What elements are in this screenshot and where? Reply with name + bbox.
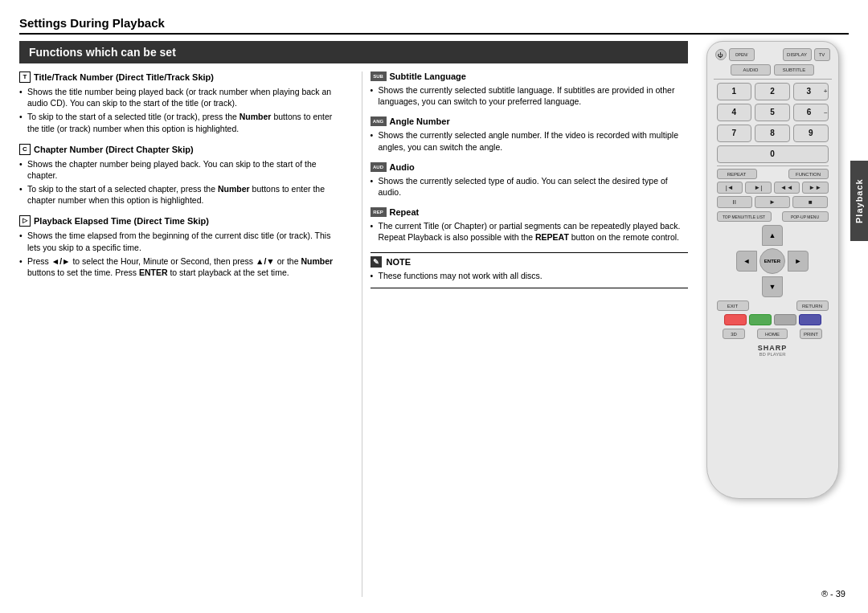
chapter-icon: C xyxy=(19,144,31,155)
tv-button[interactable]: TV xyxy=(814,48,830,61)
fwd-button[interactable]: ►► xyxy=(802,182,829,194)
subtitle-button[interactable]: SUBTITLE xyxy=(774,64,814,76)
popup-menu-button[interactable]: POP-UP MENU xyxy=(782,211,829,222)
green-button[interactable] xyxy=(749,314,772,325)
page-title: Settings During Playback xyxy=(19,16,165,30)
section-angle-heading: ANG Angle Number xyxy=(371,116,689,126)
bullet-item: Shows the currently selected angle numbe… xyxy=(371,129,689,152)
rev-button[interactable]: ◄◄ xyxy=(774,182,800,194)
functions-header: Functions which can be set xyxy=(19,41,688,63)
section-elapsed: ▷ Playback Elapsed Time (Direct Time Ski… xyxy=(19,215,338,278)
bullet-item: Shows the currently selected type of aud… xyxy=(371,175,689,198)
section-title-track-heading: T Title/Track Number (Direct Title/Track… xyxy=(19,72,338,83)
section-chapter: C Chapter Number (Direct Chapter Skip) S… xyxy=(19,144,338,206)
angle-bullets: Shows the currently selected angle numbe… xyxy=(371,129,689,152)
red-button[interactable] xyxy=(724,314,747,325)
num-5-button[interactable]: 5 xyxy=(755,104,790,121)
section-title-track: T Title/Track Number (Direct Title/Track… xyxy=(19,72,338,134)
section-subtitle: SUB Subtitle Language Shows the currentl… xyxy=(371,72,689,107)
chapter-bullets: Shows the chapter number being played ba… xyxy=(19,158,338,206)
audio-bullets: Shows the currently selected type of aud… xyxy=(371,175,689,198)
3d-button[interactable]: 3D xyxy=(723,329,745,339)
num-0-button[interactable]: 0 xyxy=(717,145,829,163)
skip-fwd-button[interactable]: ►| xyxy=(745,182,772,194)
note-title: ✎ NOTE xyxy=(371,256,689,268)
section-elapsed-heading: ▷ Playback Elapsed Time (Direct Time Ski… xyxy=(19,215,338,227)
num-4-button[interactable]: 4 xyxy=(717,104,752,121)
section-audio: AUD Audio Shows the currently selected t… xyxy=(371,162,689,198)
note-bullets: These functions may not work with all di… xyxy=(371,270,689,281)
page-header: Settings During Playback xyxy=(19,16,849,35)
elapsed-icon: ▷ xyxy=(19,215,31,227)
section-chapter-heading: C Chapter Number (Direct Chapter Skip) xyxy=(19,144,338,155)
dpad-left-button[interactable]: ◄ xyxy=(736,251,757,272)
bullet-item: Shows the time elapsed from the beginnin… xyxy=(19,230,338,252)
blue-button[interactable] xyxy=(799,314,821,325)
bullet-item: To skip to the start of a selected chapt… xyxy=(19,183,338,206)
bullet-item: These functions may not work with all di… xyxy=(371,270,689,281)
print-button[interactable]: PRINT xyxy=(800,329,822,339)
section-repeat-heading: REP Repeat xyxy=(371,207,689,217)
bullet-item: The current Title (or Chapter) or partia… xyxy=(371,220,689,243)
bullet-item: Shows the chapter number being played ba… xyxy=(19,158,338,181)
right-column: SUB Subtitle Language Shows the currentl… xyxy=(362,72,689,597)
dpad-down-button[interactable]: ▼ xyxy=(762,276,783,297)
num-1-button[interactable]: 1 xyxy=(717,83,752,100)
note-icon: ✎ xyxy=(371,256,382,268)
title-track-bullets: Shows the title number being played back… xyxy=(19,86,338,134)
num-6-button[interactable]: 6 – xyxy=(793,104,829,121)
play-button[interactable]: ► xyxy=(755,196,790,208)
elapsed-bullets: Shows the time elapsed from the beginnin… xyxy=(19,230,338,278)
num-7-button[interactable]: 7 xyxy=(717,125,752,142)
c-button[interactable] xyxy=(774,314,796,325)
repeat-bullets: The current Title (or Chapter) or partia… xyxy=(371,220,689,243)
exit-button[interactable]: EXIT xyxy=(717,300,749,311)
dpad-right-button[interactable]: ► xyxy=(788,251,809,272)
repeat-icon: REP xyxy=(371,207,387,217)
number-grid: 1 2 3 + 4 5 6 – 7 8 9 xyxy=(714,83,832,142)
bullet-item: To skip to the start of a selected title… xyxy=(19,111,338,133)
num-2-button[interactable]: 2 xyxy=(755,83,790,100)
sharp-logo: SHARP xyxy=(714,344,832,352)
power-button[interactable]: ⏻ xyxy=(715,49,727,60)
playback-tab: Playback xyxy=(850,161,868,241)
bullet-item: Shows the title number being played back… xyxy=(19,86,338,108)
dpad-up-button[interactable]: ▲ xyxy=(762,225,783,246)
skip-back-button[interactable]: |◄ xyxy=(717,182,743,194)
angle-icon: ANG xyxy=(371,116,387,126)
bullet-item: Press ◄/► to select the Hour, Minute or … xyxy=(19,255,338,278)
top-menu-button[interactable]: TOP MENU/TITLE LIST xyxy=(717,211,772,222)
subtitle-icon: SUB xyxy=(371,72,387,81)
repeat-button[interactable]: REPEAT xyxy=(717,169,757,179)
enter-button[interactable]: ENTER xyxy=(760,248,785,274)
return-button[interactable]: RETURN xyxy=(796,300,829,311)
remote-control-area: ⏻ OPEN/CLOSE DISPLAY TV AUDIO SUBTITLE xyxy=(688,41,849,597)
display-button[interactable]: DISPLAY xyxy=(783,48,812,61)
subtitle-bullets: Shows the currently selected subtitle la… xyxy=(371,84,689,107)
stop-button[interactable]: ■ xyxy=(792,196,828,208)
open-close-button[interactable]: OPEN/CLOSE xyxy=(729,48,755,61)
num-3-button[interactable]: 3 + xyxy=(793,83,829,100)
left-column: T Title/Track Number (Direct Title/Track… xyxy=(19,72,346,597)
section-audio-heading: AUD Audio xyxy=(371,162,689,172)
section-angle: ANG Angle Number Shows the currently sel… xyxy=(371,116,689,152)
home-button[interactable]: HOME xyxy=(757,329,788,339)
function-button[interactable]: FUNCTION xyxy=(788,169,829,179)
title-track-icon: T xyxy=(19,72,31,83)
section-subtitle-heading: SUB Subtitle Language xyxy=(371,72,689,81)
bullet-item: Shows the currently selected subtitle la… xyxy=(371,84,689,107)
pause-button[interactable]: II xyxy=(717,196,752,208)
audio-button[interactable]: AUDIO xyxy=(731,64,771,76)
bd-player-text: BD PLAYER xyxy=(714,352,832,357)
section-repeat: REP Repeat The current Title (or Chapter… xyxy=(371,207,689,243)
note-box: ✎ NOTE These functions may not work with… xyxy=(371,252,689,288)
num-8-button[interactable]: 8 xyxy=(755,125,790,142)
num-9-button[interactable]: 9 xyxy=(793,125,829,142)
page-number: ® - 39 xyxy=(821,589,845,599)
audio-icon: AUD xyxy=(371,162,387,172)
remote-control: ⏻ OPEN/CLOSE DISPLAY TV AUDIO SUBTITLE xyxy=(706,41,839,499)
